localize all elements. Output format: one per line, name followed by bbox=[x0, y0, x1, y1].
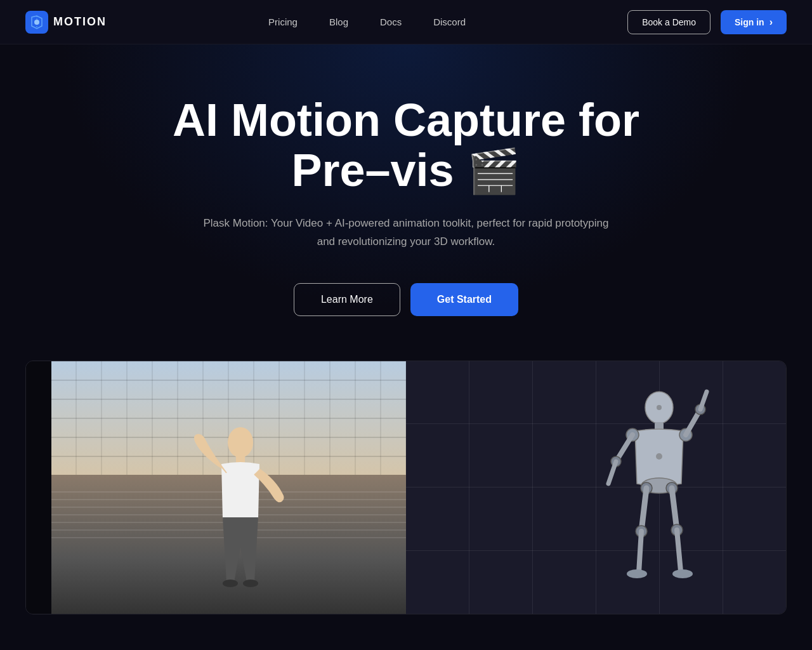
logo-area: MOTION bbox=[25, 11, 107, 34]
learn-more-button[interactable]: Learn More bbox=[294, 283, 400, 316]
nav-links: Pricing Blog Docs Discord bbox=[268, 17, 466, 27]
navbar-actions: Book a Demo Sign in › bbox=[627, 10, 787, 34]
svg-line-18 bbox=[641, 488, 646, 531]
svg-point-25 bbox=[627, 569, 647, 578]
hero-subtitle: Plask Motion: Your Video + AI-powered an… bbox=[197, 215, 615, 251]
hero-emoji: 🎬 bbox=[467, 147, 521, 195]
demo-container bbox=[25, 361, 787, 614]
nav-docs[interactable]: Docs bbox=[380, 17, 402, 27]
svg-line-15 bbox=[700, 392, 707, 409]
svg-point-5 bbox=[243, 580, 258, 587]
logo-text: MOTION bbox=[53, 15, 107, 29]
person-silhouette bbox=[183, 423, 298, 614]
nav-pricing[interactable]: Pricing bbox=[268, 17, 298, 27]
nav-blog[interactable]: Blog bbox=[329, 17, 348, 27]
svg-point-26 bbox=[672, 569, 693, 578]
robot-figure bbox=[589, 385, 729, 614]
get-started-button[interactable]: Get Started bbox=[410, 283, 518, 316]
svg-line-24 bbox=[677, 530, 681, 571]
logo-icon bbox=[25, 11, 48, 34]
svg-point-2 bbox=[228, 427, 253, 458]
signin-label: Sign in bbox=[735, 17, 764, 27]
hero-section: AI Motion Capture for Pre–vis 🎬 Plask Mo… bbox=[0, 44, 812, 354]
hero-title: AI Motion Capture for Pre–vis 🎬 bbox=[173, 95, 639, 196]
svg-point-1 bbox=[34, 20, 39, 25]
demo-section bbox=[0, 361, 812, 614]
signin-arrow-icon: › bbox=[769, 17, 773, 28]
nav-discord[interactable]: Discord bbox=[433, 17, 466, 27]
hero-cta-buttons: Learn More Get Started bbox=[294, 283, 518, 316]
demo-right-panel bbox=[406, 361, 786, 614]
signin-button[interactable]: Sign in › bbox=[721, 10, 787, 34]
hero-title-line2: Pre–vis bbox=[291, 145, 454, 196]
demo-left-panel bbox=[26, 361, 406, 614]
svg-line-22 bbox=[672, 488, 677, 530]
svg-line-20 bbox=[639, 531, 641, 573]
svg-point-27 bbox=[657, 405, 662, 410]
book-demo-button[interactable]: Book a Demo bbox=[627, 10, 710, 34]
dark-bar bbox=[26, 361, 51, 614]
svg-point-28 bbox=[656, 453, 662, 460]
svg-point-4 bbox=[223, 580, 238, 587]
hero-title-line1: AI Motion Capture for bbox=[173, 95, 639, 145]
navbar: MOTION Pricing Blog Docs Discord Book a … bbox=[0, 0, 812, 44]
